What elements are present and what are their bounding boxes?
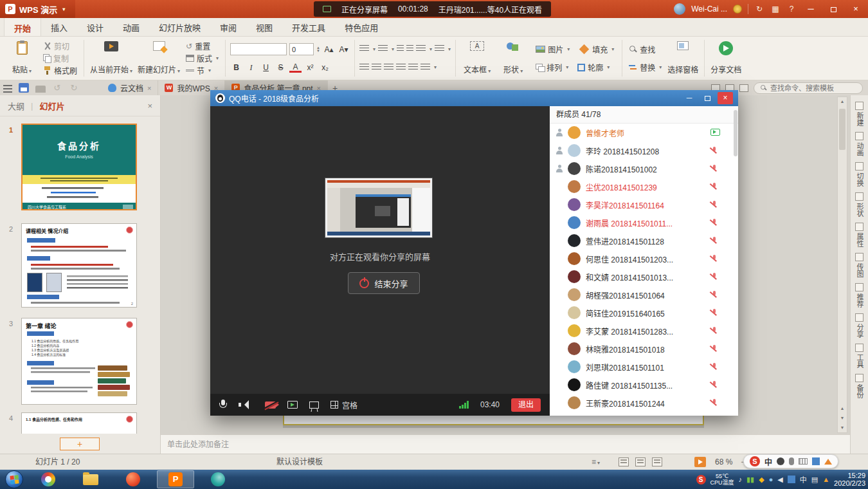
keyboard-tray-icon[interactable]: ▤ xyxy=(811,475,818,484)
slideshow-play-button[interactable] xyxy=(694,457,706,467)
user-avatar[interactable] xyxy=(674,3,685,15)
member-row[interactable]: 谢雨晨 2018141501011... xyxy=(550,214,738,232)
slides-tab[interactable]: 幻灯片 xyxy=(39,100,64,112)
screen-share-status-pill[interactable]: 正在分享屏幕 00:01:28 王丹瑞201......等40人正在观看 xyxy=(314,1,551,17)
decrease-font-button[interactable]: A▾ xyxy=(338,44,350,55)
mic-muted-icon[interactable] xyxy=(710,380,718,389)
font-size-spinner[interactable]: ▲▼ xyxy=(316,46,320,53)
strikethrough-button[interactable]: S xyxy=(275,62,287,73)
sidebar-item-tools[interactable]: 工具 xyxy=(855,344,863,368)
scroll-down-button[interactable]: ▼ xyxy=(838,423,847,432)
taskbar-app-explorer[interactable] xyxy=(72,470,109,488)
superscript-button[interactable]: x² xyxy=(304,62,316,73)
qq-titlebar[interactable]: QQ电话 - 2018级食品分析 ─ × xyxy=(210,90,738,106)
volume-tray-icon[interactable]: ◀ xyxy=(777,475,782,484)
speaker-icon[interactable] xyxy=(239,400,248,409)
columns-icon[interactable] xyxy=(435,45,444,53)
security-tray-icon[interactable]: ◆ xyxy=(759,475,764,484)
redo-icon[interactable]: ↻ xyxy=(69,83,79,93)
mic-muted-icon[interactable] xyxy=(710,290,718,299)
member-row[interactable]: 路佳键 2018141501135... xyxy=(550,376,738,394)
tab-slideshow[interactable]: 幻灯片放映 xyxy=(149,17,210,36)
sidebar-item-properties[interactable]: 属性 xyxy=(855,223,863,247)
numbered-list-icon[interactable] xyxy=(378,45,388,53)
scrollbar-thumb[interactable] xyxy=(839,109,845,150)
increase-indent-icon[interactable] xyxy=(406,45,413,53)
print-icon[interactable] xyxy=(35,86,46,93)
sidebar-item-transition[interactable]: 切换 xyxy=(855,162,863,187)
slide-thumbnail-1[interactable]: 食品分析 Food Analysis 四川大学食品与工程系 xyxy=(21,124,137,210)
help-icon[interactable]: ? xyxy=(786,5,797,14)
notes-bar[interactable]: 单击此处添加备注 xyxy=(161,434,850,454)
new-slide-button[interactable]: 新建幻灯片▾ xyxy=(135,39,183,78)
mic-muted-icon[interactable] xyxy=(710,326,718,335)
member-list-scrollbar[interactable] xyxy=(734,109,737,411)
paste-button[interactable]: 粘贴▾ xyxy=(4,39,40,78)
align-right-icon[interactable] xyxy=(384,64,393,71)
sidebar-item-new[interactable]: 新建 xyxy=(855,102,863,126)
tab-animation[interactable]: 动画 xyxy=(113,17,149,36)
tab-special-apps[interactable]: 特色应用 xyxy=(335,17,388,36)
show-hidden-icons[interactable]: ▲ xyxy=(822,475,829,483)
outline-button[interactable]: 轮廓▾ xyxy=(574,61,613,73)
slide-thumbnail-4[interactable]: 1.1 食品分析的性质、任务和作用 xyxy=(21,412,137,434)
music-tray-icon[interactable]: ♪ xyxy=(739,475,743,483)
member-row[interactable]: 曾维才老师 xyxy=(550,124,738,142)
phone-tray-icon[interactable]: ● xyxy=(769,475,773,483)
taskbar-clock[interactable]: 15:292020/2/23 xyxy=(834,472,865,487)
mic-muted-icon[interactable] xyxy=(710,344,718,353)
sogou-tray-icon[interactable]: S xyxy=(696,475,706,484)
underline-button[interactable]: U xyxy=(260,62,272,73)
member-row[interactable]: 李昊洋2018141501164 xyxy=(550,196,738,214)
ime-box-icon[interactable] xyxy=(788,475,795,483)
member-row[interactable]: 何思佳 2018141501203... xyxy=(550,250,738,268)
replace-button[interactable]: 替换▾ xyxy=(626,61,665,73)
qq-maximize-button[interactable] xyxy=(700,92,715,104)
shapes-button[interactable]: 形状▾ xyxy=(495,39,531,78)
fullwidth-mode-icon[interactable] xyxy=(777,457,784,465)
qq-close-button[interactable]: × xyxy=(718,92,733,104)
fill-button[interactable]: 填充▾ xyxy=(575,43,617,55)
member-row[interactable]: 陈诺2018141501002 xyxy=(550,160,738,178)
scroll-up-button[interactable]: ▲ xyxy=(838,97,847,106)
mic-muted-icon[interactable] xyxy=(710,398,718,407)
microphone-icon[interactable] xyxy=(219,400,227,410)
align-center-icon[interactable] xyxy=(372,64,381,71)
screen-share-icon[interactable] xyxy=(287,401,298,409)
sidebar-item-animation[interactable]: 动画 xyxy=(855,132,863,156)
save-icon[interactable] xyxy=(19,83,29,93)
selection-pane-button[interactable]: 选择窗格 xyxy=(665,39,701,78)
member-row[interactable]: 萱伟进2018141501128 xyxy=(550,232,738,250)
exit-call-button[interactable]: 退出 xyxy=(511,398,541,412)
sidebar-item-recommend[interactable]: 推荐 xyxy=(855,283,863,308)
member-coin-icon[interactable] xyxy=(733,5,742,14)
mic-muted-icon[interactable] xyxy=(710,308,718,317)
mic-muted-icon[interactable] xyxy=(710,272,718,281)
mic-muted-icon[interactable] xyxy=(710,200,718,209)
taskbar-app-qq-browser[interactable] xyxy=(114,470,152,488)
doc-tab-cloud[interactable]: 云文档× xyxy=(102,80,158,95)
slide-thumbnail-3[interactable]: 第一章 绪论 1.1 食品分析的性质、任务和作用 1.2 食品分析的内容 1.3… xyxy=(21,318,137,405)
wps-logo[interactable]: P WPS 演示 ▾ xyxy=(0,0,75,18)
cut-button[interactable]: 剪切 xyxy=(40,40,80,52)
tab-home[interactable]: 开始 xyxy=(4,17,41,36)
scrollbar-thumb[interactable] xyxy=(734,110,737,156)
previous-slide-button[interactable]: ▲ xyxy=(838,404,847,413)
line-spacing-icon[interactable] xyxy=(416,45,426,53)
cpu-temperature[interactable]: 55℃CPU温度 xyxy=(710,473,734,486)
member-row[interactable]: 李艾蒙 2018141501283... xyxy=(550,322,738,340)
close-panel-icon[interactable]: × xyxy=(147,101,152,111)
zoom-percent[interactable]: 68 % xyxy=(715,454,732,470)
end-share-button[interactable]: 结束分享 xyxy=(348,272,420,294)
bold-button[interactable]: B xyxy=(230,62,242,73)
status-menu-icon[interactable]: ≡▾ xyxy=(592,454,600,470)
expand-icon[interactable] xyxy=(824,459,832,465)
member-row[interactable]: 林晓雅2018141501018 xyxy=(550,340,738,358)
close-tab-icon[interactable]: × xyxy=(147,84,151,92)
tab-view[interactable]: 视图 xyxy=(246,17,282,36)
vertical-scrollbar[interactable]: ▲ ▲ ▼ ▼ xyxy=(837,97,847,433)
reset-button[interactable]: ↺重置 xyxy=(183,40,222,52)
tab-developer[interactable]: 开发工具 xyxy=(282,17,335,36)
command-search-input[interactable] xyxy=(770,84,854,92)
user-name[interactable]: Wei-Cai ... xyxy=(691,5,727,14)
